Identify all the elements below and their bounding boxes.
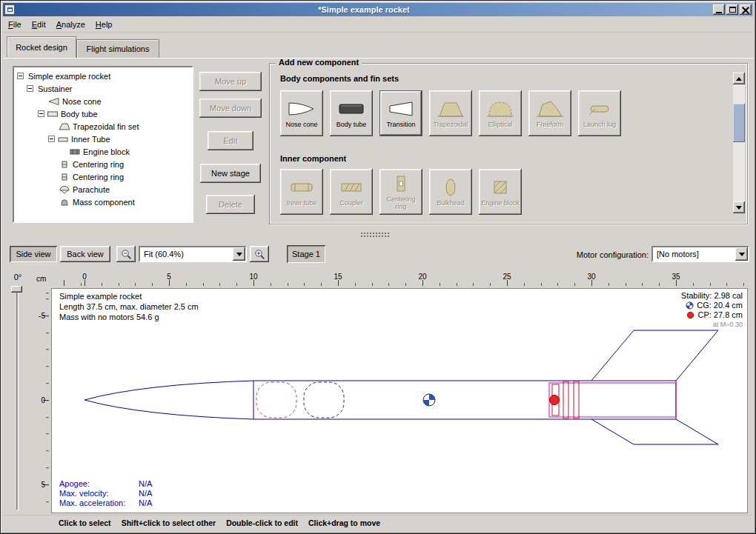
scroll-down-button[interactable] xyxy=(733,201,745,213)
move-up-button[interactable]: Move up xyxy=(199,72,262,91)
tree-item-engine-block[interactable]: Engine block xyxy=(14,145,192,158)
collapse-icon[interactable] xyxy=(38,110,44,117)
add-inner-tube-button[interactable]: Inner tube xyxy=(280,169,323,215)
add-component-title: Add new component xyxy=(276,58,362,67)
menu-help[interactable]: Help xyxy=(90,18,118,31)
component-scrollbar[interactable] xyxy=(733,73,745,213)
rocket-drawing[interactable] xyxy=(52,289,747,513)
menu-analyze[interactable]: Analyze xyxy=(51,18,90,31)
rotation-slider[interactable] xyxy=(16,288,19,510)
edit-button[interactable]: Edit xyxy=(208,131,253,150)
body-components-label: Body components and fin sets xyxy=(280,74,399,83)
menu-edit[interactable]: Edit xyxy=(27,18,51,31)
rotation-slider-handle[interactable] xyxy=(11,286,22,293)
ruler-label: -5 xyxy=(39,312,45,320)
add-elliptical-fin-button[interactable]: Elliptical xyxy=(479,90,522,136)
component-tree[interactable]: Simple example rocket Sustainer Nose con… xyxy=(13,66,193,223)
ruler-label: 0 xyxy=(41,396,45,404)
new-stage-button[interactable]: New stage xyxy=(200,164,261,183)
tree-item-body-tube[interactable]: Body tube xyxy=(14,107,192,120)
add-freeform-fin-button[interactable]: Freeform xyxy=(528,90,571,136)
tree-item-parachute[interactable]: Parachute xyxy=(14,183,192,196)
ruler-label: 15 xyxy=(334,273,342,281)
add-launch-lug-button[interactable]: Launch lug xyxy=(578,90,621,136)
tree-item-label: Centering ring xyxy=(73,173,124,181)
tab-rocket-design-label: Rocket design xyxy=(16,43,67,52)
tab-divider xyxy=(3,58,753,59)
splitter[interactable] xyxy=(3,229,753,239)
zoom-select[interactable]: Fit (60.4%) xyxy=(139,246,247,262)
centering-ring-icon xyxy=(59,173,70,181)
ruler-label: 10 xyxy=(249,273,257,281)
maximize-button[interactable] xyxy=(726,4,738,15)
fin-upper-shape[interactable] xyxy=(591,330,718,381)
parachute-shape[interactable] xyxy=(256,382,296,418)
zoom-value: Fit (60.4%) xyxy=(140,250,233,258)
tab-flight-simulations[interactable]: Flight simulations xyxy=(76,39,159,58)
design-mass: Mass with no motors 54.6 g xyxy=(59,312,199,322)
tab-rocket-design[interactable]: Rocket design xyxy=(7,36,76,58)
stability-value: Stability: 2.98 cal xyxy=(681,291,743,301)
centering-ring-icon xyxy=(59,160,70,169)
add-bulkhead-button[interactable]: Bulkhead xyxy=(429,169,472,215)
nose-cone-icon xyxy=(48,97,60,106)
body-tube-icon xyxy=(47,110,59,119)
delete-button[interactable]: Delete xyxy=(206,195,255,214)
tree-item-label: Inner Tube xyxy=(71,135,110,144)
cg-marker[interactable] xyxy=(423,394,435,406)
add-transition-button[interactable]: Transition xyxy=(379,90,422,136)
tree-item-fin-set[interactable]: Trapezoidal fin set xyxy=(14,120,192,133)
collapse-icon[interactable] xyxy=(27,85,33,92)
tree-item-centering-ring-1[interactable]: Centering ring xyxy=(14,158,192,170)
minimize-button[interactable] xyxy=(713,4,725,15)
zoom-out-button[interactable] xyxy=(116,246,136,262)
nose-cone-shape[interactable] xyxy=(84,381,253,419)
minimize-icon xyxy=(716,12,722,13)
app-icon xyxy=(7,7,13,12)
scroll-up-button[interactable] xyxy=(733,73,745,84)
close-button[interactable] xyxy=(740,4,752,15)
parachute-icon xyxy=(59,185,70,194)
tree-item-mass-component[interactable]: Mass component xyxy=(14,196,192,208)
inner-tube-icon xyxy=(57,135,69,144)
chevron-down-icon[interactable] xyxy=(735,247,748,261)
motor-configuration-select[interactable]: [No motors] xyxy=(651,246,749,262)
window-icon[interactable] xyxy=(4,4,15,15)
add-coupler-button[interactable]: Coupler xyxy=(330,169,373,215)
tree-item-inner-tube[interactable]: Inner Tube xyxy=(14,133,192,145)
collapse-icon[interactable] xyxy=(48,136,55,142)
scrollbar-thumb[interactable] xyxy=(733,104,745,142)
nose-cone-icon xyxy=(287,99,316,119)
chevron-down-icon[interactable] xyxy=(233,247,245,261)
bulkhead-icon xyxy=(436,177,465,198)
tree-item-centering-ring-2[interactable]: Centering ring xyxy=(14,170,192,183)
move-down-button[interactable]: Move down xyxy=(199,99,262,118)
add-component-group: Add new component Body components and fi… xyxy=(269,63,748,224)
back-view-button[interactable]: Back view xyxy=(60,246,110,262)
add-body-tube-button[interactable]: Body tube xyxy=(330,90,373,136)
centering-ring-shape[interactable] xyxy=(563,381,568,418)
cp-icon xyxy=(686,311,694,319)
stage-1-toggle[interactable]: Stage 1 xyxy=(287,245,325,263)
hint-click-select: Click to select xyxy=(59,518,111,527)
engine-block-icon xyxy=(485,177,515,198)
side-view-button[interactable]: Side view xyxy=(10,246,57,262)
add-engine-block-button[interactable]: Engine block xyxy=(479,169,522,215)
tree-item-rocket[interactable]: Simple example rocket xyxy=(14,70,192,82)
tab-flight-simulations-label: Flight simulations xyxy=(87,44,150,53)
fin-lower-shape[interactable] xyxy=(591,419,718,444)
add-trapezoidal-fin-button[interactable]: Trapezoidal xyxy=(429,90,472,136)
add-nose-cone-button[interactable]: Nose cone xyxy=(280,90,323,136)
mass-component-shape[interactable] xyxy=(304,382,344,418)
tree-item-label: Body tube xyxy=(61,110,98,119)
collapse-icon[interactable] xyxy=(17,73,24,79)
centering-ring-shape[interactable] xyxy=(574,381,579,418)
cp-marker[interactable] xyxy=(550,396,560,405)
tree-item-nose-cone[interactable]: Nose cone xyxy=(14,95,192,107)
zoom-in-button[interactable] xyxy=(250,246,269,262)
titlebar[interactable]: *Simple example rocket xyxy=(3,3,753,16)
rocket-canvas[interactable]: Simple example rocket Length 37.5 cm, ma… xyxy=(51,288,748,513)
add-centering-ring-button[interactable]: Centering ring xyxy=(379,169,422,215)
tree-item-sustainer[interactable]: Sustainer xyxy=(14,82,192,95)
menu-file[interactable]: File xyxy=(3,18,27,31)
